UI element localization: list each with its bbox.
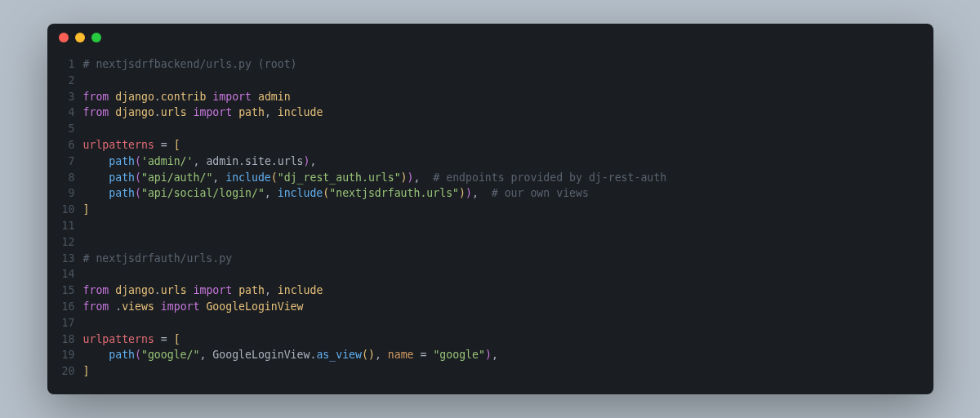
minimize-icon[interactable] bbox=[75, 33, 85, 42]
token-default bbox=[232, 284, 238, 296]
token-string: "api/auth/" bbox=[141, 171, 212, 184]
line-number: 10 bbox=[47, 202, 83, 218]
code-line: 17 bbox=[47, 315, 933, 331]
token-default bbox=[83, 171, 109, 184]
token-default bbox=[187, 106, 194, 118]
token-module: admin bbox=[258, 91, 291, 103]
line-number: 4 bbox=[47, 104, 83, 121]
token-default bbox=[83, 187, 109, 199]
token-keyword: import bbox=[194, 284, 233, 296]
line-number: 11 bbox=[47, 218, 83, 234]
code-line: 15from django.urls import path, include bbox=[47, 282, 933, 299]
token-paren2: ) bbox=[466, 187, 472, 199]
token-default: admin bbox=[206, 155, 238, 167]
token-param: name bbox=[388, 349, 414, 361]
close-icon[interactable] bbox=[59, 33, 69, 42]
token-builtin: path bbox=[109, 187, 135, 199]
code-content: from django.urls import path, include bbox=[83, 104, 323, 121]
titlebar bbox=[47, 24, 933, 51]
token-keyword: from bbox=[83, 91, 109, 103]
terminal-window: 1# nextjsdrfbackend/urls.py (root)2 3fro… bbox=[47, 24, 933, 394]
token-default bbox=[232, 106, 238, 118]
token-builtin: path bbox=[109, 349, 135, 361]
token-punct: , bbox=[492, 349, 498, 361]
token-paren2: ) bbox=[485, 349, 492, 361]
code-line: 4from django.urls import path, include bbox=[47, 104, 933, 121]
line-number: 5 bbox=[47, 121, 83, 137]
code-content: path('admin/', admin.site.urls), bbox=[83, 153, 317, 170]
token-default: . bbox=[109, 300, 122, 313]
code-content: path("google/", GoogleLoginView.as_view(… bbox=[83, 347, 498, 363]
code-line: 12 bbox=[47, 234, 933, 251]
token-module: django bbox=[115, 284, 154, 296]
token-builtin: include bbox=[278, 187, 323, 199]
code-content bbox=[83, 73, 90, 89]
token-builtin: path bbox=[109, 171, 135, 184]
token-punct: , bbox=[414, 171, 434, 184]
token-string: "google/" bbox=[141, 349, 199, 361]
token-paren2: ) bbox=[304, 155, 310, 167]
code-line: 19 path("google/", GoogleLoginView.as_vi… bbox=[47, 347, 933, 363]
code-content: path("api/social/login/", include("nextj… bbox=[83, 185, 589, 202]
token-comment: # nextjsdrfauth/urls.py bbox=[83, 252, 233, 265]
code-line: 8 path("api/auth/", include("dj_rest_aut… bbox=[47, 170, 933, 186]
code-line: 7 path('admin/', admin.site.urls), bbox=[47, 153, 933, 170]
code-line: 6urlpatterns = [ bbox=[47, 137, 933, 153]
token-punct: , bbox=[194, 155, 207, 167]
code-content: from django.contrib import admin bbox=[83, 89, 291, 105]
token-ident: urlpatterns bbox=[83, 333, 154, 345]
token-module: contrib bbox=[161, 91, 207, 103]
token-paren2: ( bbox=[135, 155, 141, 167]
token-module: django bbox=[115, 91, 154, 103]
token-default bbox=[154, 139, 161, 151]
token-default bbox=[187, 284, 194, 296]
token-default: GoogleLoginView bbox=[212, 349, 310, 361]
code-content: ] bbox=[83, 202, 90, 218]
token-ident: urlpatterns bbox=[83, 139, 154, 151]
maximize-icon[interactable] bbox=[91, 33, 101, 42]
token-punct: , bbox=[265, 187, 278, 199]
token-string: "nextjsdrfauth.urls" bbox=[329, 187, 459, 199]
code-content: urlpatterns = [ bbox=[83, 331, 180, 348]
token-module: urls bbox=[161, 106, 187, 118]
code-content bbox=[83, 266, 90, 282]
code-line: 11 bbox=[47, 218, 933, 234]
token-builtin: path bbox=[109, 155, 135, 167]
token-punct: = bbox=[161, 333, 167, 345]
token-paren: [ bbox=[174, 139, 180, 151]
token-paren: ) bbox=[368, 349, 375, 361]
line-number: 2 bbox=[47, 73, 83, 89]
token-default bbox=[167, 333, 174, 345]
code-line: 10] bbox=[47, 202, 933, 218]
code-line: 16from .views import GoogleLoginView bbox=[47, 299, 933, 315]
code-content: # nextjsdrfauth/urls.py bbox=[83, 251, 233, 267]
token-builtin: include bbox=[225, 171, 271, 184]
token-paren2: ) bbox=[408, 171, 414, 184]
code-content: # nextjsdrfbackend/urls.py (root) bbox=[83, 56, 297, 73]
line-number: 9 bbox=[47, 185, 83, 202]
code-content: from django.urls import path, include bbox=[83, 282, 323, 299]
line-number: 16 bbox=[47, 299, 83, 315]
token-default bbox=[154, 300, 161, 313]
token-string: "api/social/login/" bbox=[141, 187, 265, 199]
token-paren: [ bbox=[174, 333, 180, 345]
line-number: 20 bbox=[47, 363, 83, 380]
line-number: 12 bbox=[47, 234, 83, 251]
token-punct: , bbox=[212, 171, 225, 184]
line-number: 3 bbox=[47, 89, 83, 105]
token-punct: , bbox=[265, 106, 278, 118]
token-punct: . bbox=[238, 155, 245, 167]
token-punct: , bbox=[310, 155, 317, 167]
token-paren2: ( bbox=[135, 187, 141, 199]
token-punct: . bbox=[154, 91, 161, 103]
token-default: site bbox=[245, 155, 271, 167]
token-punct: . bbox=[271, 155, 278, 167]
token-string: "dj_rest_auth.urls" bbox=[278, 171, 401, 184]
code-editor[interactable]: 1# nextjsdrfbackend/urls.py (root)2 3fro… bbox=[47, 51, 933, 394]
token-paren: ] bbox=[83, 203, 90, 216]
code-line: 1# nextjsdrfbackend/urls.py (root) bbox=[47, 56, 933, 73]
line-number: 18 bbox=[47, 331, 83, 348]
token-default bbox=[83, 155, 109, 167]
token-punct: = bbox=[161, 139, 167, 151]
token-module: urls bbox=[161, 284, 187, 296]
